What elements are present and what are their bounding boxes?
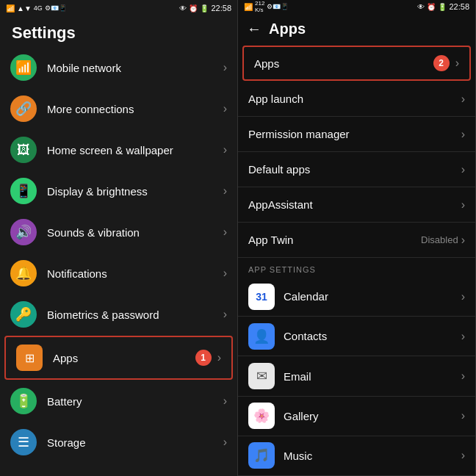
status-left-right: 📶 212K/s ⚙📧📱 (244, 0, 289, 13)
home-screen-label: Home screen & wallpaper (47, 144, 223, 156)
chevron-icon: › (461, 330, 465, 343)
chevron-icon: › (223, 102, 227, 115)
storage-icon: ☰ (10, 429, 37, 455)
sidebar-item-storage[interactable]: ☰ Storage › (0, 422, 237, 463)
sidebar-item-biometrics[interactable]: 🔑 Biometrics & password › (0, 294, 237, 335)
app-twin-sublabel: Disabled (421, 234, 458, 245)
email-icon-text: ✉ (256, 368, 267, 384)
battery-icon-circle: 🔋 (10, 388, 37, 414)
app-settings-section-header: APP SETTINGS (238, 258, 475, 277)
right-item-app-twin[interactable]: App Twin Disabled › (238, 223, 475, 258)
chevron-icon: › (461, 234, 465, 247)
mobile-network-label: Mobile network (47, 62, 223, 74)
right-item-app-launch[interactable]: App launch › (238, 82, 475, 117)
music-app-icon: 🎵 (248, 442, 275, 469)
chevron-icon: › (223, 143, 227, 156)
alarm-icon: ⏰ (189, 4, 198, 12)
sidebar-item-more-connections[interactable]: 🔗 More connections › (0, 88, 237, 129)
sidebar-item-mobile-network[interactable]: 📶 Mobile network › (0, 47, 237, 88)
eye-icon: 👁 (179, 4, 187, 12)
sidebar-item-sounds-vibration[interactable]: 🔊 Sounds & vibration › (0, 212, 237, 253)
right-panel-header: ← Apps (238, 13, 475, 45)
chevron-icon: › (461, 449, 465, 462)
status-left: 📶 ▲▼ 4G ⚙📧📱 (6, 4, 67, 12)
chevron-icon: › (223, 226, 227, 239)
extra-icons-right: ⚙📧📱 (267, 3, 289, 10)
time-display: 22:58 (211, 4, 231, 12)
chevron-icon: › (223, 267, 227, 280)
battery-label: Battery (47, 395, 223, 408)
sidebar-item-battery[interactable]: 🔋 Battery › (0, 381, 237, 422)
contacts-app-icon: 👤 (248, 323, 275, 350)
chevron-icon: › (461, 409, 465, 422)
chevron-icon: › (223, 184, 227, 198)
gallery-app-icon: 🌸 (248, 403, 275, 429)
notifications-icon: 🔔 (10, 260, 37, 286)
app-twin-label: App Twin (248, 234, 421, 246)
status-right-right: 👁 ⏰ 🔋 22:58 (417, 2, 469, 11)
right-panel: 📶 212K/s ⚙📧📱 👁 ⏰ 🔋 22:58 ← Apps Apps 2 ›… (238, 0, 476, 476)
right-status-bar: 📶 212K/s ⚙📧📱 👁 ⏰ 🔋 22:58 (238, 0, 475, 13)
chevron-icon: › (217, 351, 221, 364)
right-item-apps[interactable]: Apps 2 › (242, 46, 471, 81)
chevron-icon: › (461, 369, 465, 383)
gallery-label: Gallery (284, 410, 461, 422)
battery-icon-right: 🔋 (438, 3, 447, 11)
right-item-gallery[interactable]: 🌸 Gallery › (238, 397, 475, 436)
apps-badge: 1 (195, 350, 212, 366)
left-panel: 📶 ▲▼ 4G ⚙📧📱 👁 ⏰ 🔋 22:58 Settings 📶 Mobil… (0, 0, 238, 476)
apps-badge-right: 2 (433, 55, 450, 71)
signal-icon-right: 📶 (244, 3, 253, 11)
sounds-vibration-label: Sounds & vibration (47, 226, 223, 239)
calendar-label: Calendar (284, 290, 461, 303)
signal-icon: 📶 (6, 4, 15, 12)
settings-title: Settings (0, 16, 237, 47)
music-icon-text: 🎵 (253, 447, 270, 464)
contacts-icon-text: 👤 (253, 328, 270, 345)
back-button[interactable]: ← (247, 21, 262, 37)
biometrics-label: Biometrics & password (47, 309, 223, 321)
chevron-icon: › (223, 61, 227, 74)
biometrics-icon: 🔑 (10, 301, 37, 328)
chevron-icon: › (461, 163, 465, 176)
speed-text: 212K/s (255, 0, 264, 13)
calendar-app-icon: 31 (248, 284, 275, 310)
display-brightness-icon: 📱 (10, 178, 37, 204)
alarm-icon-right: ⏰ (427, 3, 436, 11)
right-item-default-apps[interactable]: Default apps › (238, 152, 475, 187)
permission-manager-label: Permission manager (248, 128, 461, 140)
apps-label: Apps (53, 352, 195, 364)
extra-icons: ⚙📧📱 (45, 4, 67, 12)
right-item-music[interactable]: 🎵 Music › (238, 436, 475, 476)
sidebar-item-home-screen[interactable]: 🖼 Home screen & wallpaper › (0, 129, 237, 170)
storage-label: Storage (47, 436, 223, 449)
right-item-calendar[interactable]: 31 Calendar › (238, 277, 475, 317)
right-item-appassistant[interactable]: AppAssistant › (238, 187, 475, 223)
chevron-icon: › (461, 290, 465, 303)
left-status-bar: 📶 ▲▼ 4G ⚙📧📱 👁 ⏰ 🔋 22:58 (0, 0, 237, 16)
app-launch-label: App launch (248, 93, 461, 105)
contacts-label: Contacts (284, 330, 461, 342)
eye-icon-right: 👁 (417, 3, 425, 11)
sidebar-item-display-brightness[interactable]: 📱 Display & brightness › (0, 170, 237, 212)
apps-icon: ⊞ (16, 345, 43, 371)
battery-icon: 🔋 (200, 4, 209, 12)
chevron-icon: › (223, 308, 227, 321)
chevron-icon: › (455, 57, 459, 70)
settings-menu-list: 📶 Mobile network › 🔗 More connections › … (0, 47, 237, 476)
notifications-label: Notifications (47, 267, 223, 280)
gallery-icon-text: 🌸 (253, 408, 270, 424)
status-right: 👁 ⏰ 🔋 22:58 (179, 4, 231, 12)
chevron-icon: › (223, 394, 227, 408)
email-app-icon: ✉ (248, 363, 275, 389)
default-apps-label: Default apps (248, 163, 461, 176)
sidebar-item-notifications[interactable]: 🔔 Notifications › (0, 253, 237, 294)
right-item-contacts[interactable]: 👤 Contacts › (238, 317, 475, 356)
chevron-icon: › (461, 198, 465, 212)
sidebar-item-apps[interactable]: ⊞ Apps 1 › (4, 336, 233, 380)
chevron-icon: › (223, 436, 227, 449)
sim-icon: 4G (34, 4, 43, 12)
right-item-permission-manager[interactable]: Permission manager › (238, 117, 475, 152)
calendar-icon-text: 31 (256, 291, 267, 303)
right-item-email[interactable]: ✉ Email › (238, 356, 475, 396)
